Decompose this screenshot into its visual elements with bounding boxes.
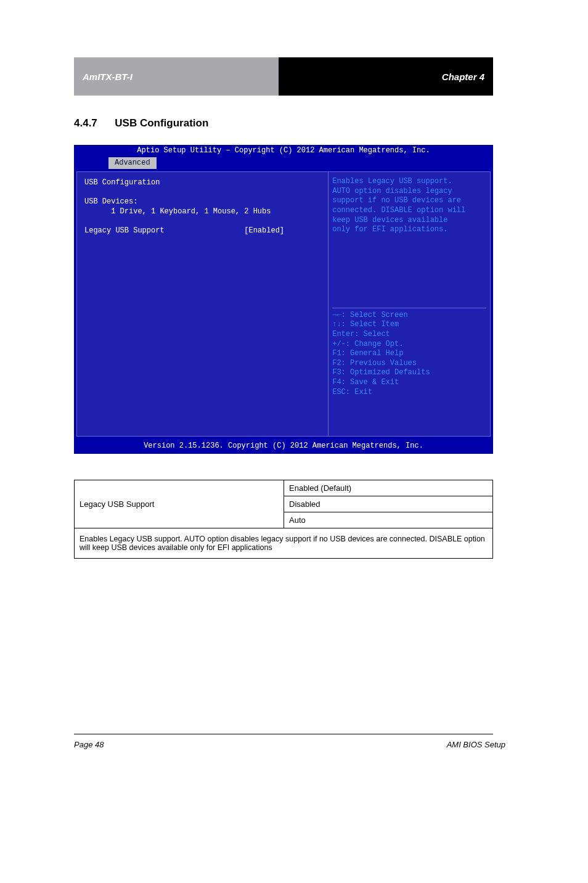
tab-advanced[interactable]: Advanced	[108, 157, 157, 170]
spacer	[332, 235, 486, 305]
legacy-usb-label[interactable]: Legacy USB Support	[84, 226, 165, 235]
bios-screenshot: Aptio Setup Utility – Copyright (C) 2012…	[74, 145, 493, 454]
footer-title: AMI BIOS Setup	[447, 740, 505, 749]
usb-config-heading: USB Configuration	[84, 178, 160, 187]
spacer	[332, 397, 486, 431]
page-header: AmITX-BT-I Chapter 4	[74, 57, 493, 96]
bios-tab-row: Advanced	[74, 156, 493, 170]
opt-value-disabled: Disabled	[284, 496, 493, 512]
section-title: USB Configuration	[115, 117, 208, 129]
opt-value-auto: Auto	[284, 512, 493, 528]
bios-version-bar: Version 2.15.1236. Copyright (C) 2012 Am…	[74, 439, 493, 454]
bios-divider	[332, 308, 486, 308]
bios-left-pane: USB Configuration USB Devices: 1 Drive, …	[76, 171, 328, 437]
opt-value-enabled: Enabled (Default)	[284, 480, 493, 496]
bios-title-bar: Aptio Setup Utility – Copyright (C) 2012…	[74, 145, 493, 156]
section-heading: 4.4.7 USB Configuration	[74, 117, 208, 129]
header-chapter: Chapter 4	[279, 57, 493, 96]
option-table: Legacy USB Support Enabled (Default) Dis…	[74, 480, 493, 559]
usb-devices-label: USB Devices:	[84, 197, 137, 206]
bios-right-pane: Enables Legacy USB support. AUTO option …	[328, 171, 491, 437]
bios-key-legend: →←: Select Screen ↑↓: Select Item Enter:…	[332, 311, 486, 397]
opt-description: Enables Legacy USB support. AUTO option …	[75, 528, 493, 559]
legacy-usb-value[interactable]: [Enabled]	[244, 226, 284, 235]
header-product: AmITX-BT-I	[74, 57, 279, 96]
footer-rule	[74, 734, 493, 734]
footer-page: Page 48	[74, 740, 104, 749]
bios-help-text: Enables Legacy USB support. AUTO option …	[332, 177, 486, 235]
usb-devices-value: 1 Drive, 1 Keyboard, 1 Mouse, 2 Hubs	[84, 207, 271, 216]
opt-label-cell: Legacy USB Support	[75, 480, 284, 528]
section-number: 4.4.7	[74, 117, 97, 129]
bios-body: USB Configuration USB Devices: 1 Drive, …	[74, 169, 493, 439]
